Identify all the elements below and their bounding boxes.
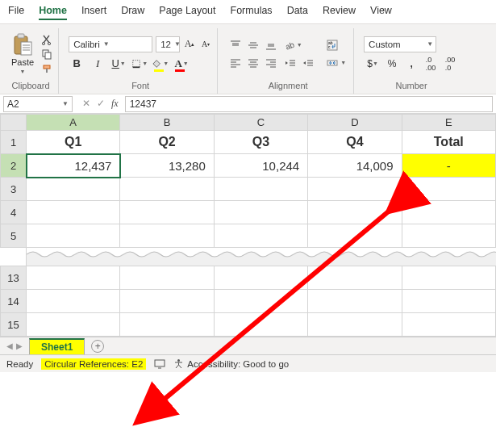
font-color-button[interactable]: A▼ xyxy=(173,56,190,72)
merge-center-button[interactable]: ▼ xyxy=(324,56,348,70)
cell[interactable]: 13,280 xyxy=(120,154,214,178)
cell[interactable] xyxy=(308,266,402,290)
cell[interactable] xyxy=(27,313,120,337)
menu-review[interactable]: Review xyxy=(323,5,356,20)
cell[interactable] xyxy=(120,224,214,248)
cell[interactable]: 14,009 xyxy=(308,154,402,178)
row-header-14[interactable]: 14 xyxy=(1,290,27,313)
cell[interactable] xyxy=(402,313,495,337)
decrease-decimal-button[interactable]: .00.0 xyxy=(441,56,459,72)
cell[interactable]: Q3 xyxy=(214,131,307,154)
align-left-button[interactable] xyxy=(227,56,244,70)
increase-font-button[interactable]: A▴ xyxy=(183,37,196,52)
cell[interactable] xyxy=(120,201,214,224)
cell[interactable] xyxy=(402,290,495,313)
cell[interactable] xyxy=(308,224,402,248)
format-painter-button[interactable] xyxy=(40,63,53,74)
row-header-4[interactable]: 4 xyxy=(1,201,27,224)
col-header-a[interactable]: A xyxy=(27,115,120,131)
orientation-button[interactable]: ab▼ xyxy=(282,38,303,52)
italic-button[interactable]: I xyxy=(90,56,106,72)
sheet-tab-sheet1[interactable]: Sheet1 xyxy=(29,338,85,354)
border-button[interactable]: ▼ xyxy=(131,56,148,72)
row-header-15[interactable]: 15 xyxy=(1,313,27,337)
cell[interactable] xyxy=(308,290,402,313)
menu-page-layout[interactable]: Page Layout xyxy=(159,5,215,20)
row-header-13[interactable]: 13 xyxy=(1,266,27,290)
cell-a2[interactable]: 12,437 xyxy=(27,154,120,178)
spreadsheet-grid-bottom[interactable]: 13 14 15 xyxy=(0,266,496,337)
select-all-corner[interactable] xyxy=(1,115,27,131)
cell[interactable] xyxy=(308,178,402,201)
cell[interactable] xyxy=(402,224,495,248)
formula-input[interactable]: 12437 xyxy=(125,96,493,112)
cut-button[interactable] xyxy=(40,34,53,45)
font-name-combo[interactable]: Calibri▼ xyxy=(69,36,152,52)
tab-nav-next[interactable]: ▶ xyxy=(16,341,23,350)
cell[interactable]: Q2 xyxy=(120,131,214,154)
row-header-1[interactable]: 1 xyxy=(1,131,27,154)
cell[interactable] xyxy=(402,266,495,290)
menu-formulas[interactable]: Formulas xyxy=(231,5,273,20)
cell[interactable] xyxy=(214,313,307,337)
decrease-indent-button[interactable] xyxy=(282,56,298,70)
cancel-formula-button[interactable]: ✕ xyxy=(82,98,90,110)
cell[interactable] xyxy=(308,313,402,337)
row-header-3[interactable]: 3 xyxy=(1,178,27,201)
comma-format-button[interactable]: , xyxy=(402,56,420,72)
number-format-combo[interactable]: Custom▼ xyxy=(364,36,436,52)
fill-color-button[interactable]: ▼ xyxy=(152,56,169,72)
align-center-button[interactable] xyxy=(245,56,261,70)
cell[interactable]: Total xyxy=(402,131,495,154)
cell[interactable] xyxy=(120,290,214,313)
cell[interactable]: Q1 xyxy=(27,131,120,154)
menu-data[interactable]: Data xyxy=(287,5,308,20)
align-middle-button[interactable] xyxy=(245,38,261,52)
name-box[interactable]: A2▼ xyxy=(3,96,73,112)
align-right-button[interactable] xyxy=(263,56,279,70)
align-bottom-button[interactable] xyxy=(263,38,279,52)
cell[interactable] xyxy=(214,224,307,248)
col-header-c[interactable]: C xyxy=(214,115,307,131)
cell[interactable] xyxy=(402,201,495,224)
cell[interactable] xyxy=(27,178,120,201)
cell[interactable] xyxy=(214,266,307,290)
cell[interactable] xyxy=(120,178,214,201)
increase-decimal-button[interactable]: .0.00 xyxy=(422,56,440,72)
underline-button[interactable]: U▼ xyxy=(110,56,127,72)
enter-formula-button[interactable]: ✓ xyxy=(97,98,105,110)
cell[interactable] xyxy=(27,201,120,224)
increase-indent-button[interactable] xyxy=(300,56,316,70)
cell[interactable] xyxy=(214,178,307,201)
cell[interactable] xyxy=(120,313,214,337)
status-accessibility[interactable]: Accessibility: Good to go xyxy=(173,358,289,369)
cell-e2[interactable]: - xyxy=(402,154,495,178)
cell[interactable]: 10,244 xyxy=(214,154,307,178)
new-sheet-button[interactable]: + xyxy=(91,340,104,353)
tab-nav-prev[interactable]: ◀ xyxy=(6,341,13,350)
cell[interactable]: Q4 xyxy=(308,131,402,154)
paste-button[interactable]: Paste ▼ xyxy=(8,31,37,76)
menu-file[interactable]: File xyxy=(8,5,24,20)
cell[interactable] xyxy=(214,290,307,313)
row-header-2[interactable]: 2 xyxy=(1,154,27,178)
cell[interactable] xyxy=(214,201,307,224)
display-settings-icon[interactable] xyxy=(154,359,165,369)
align-top-button[interactable] xyxy=(227,38,244,52)
accounting-format-button[interactable]: $▼ xyxy=(364,56,381,72)
menu-draw[interactable]: Draw xyxy=(121,5,144,20)
menu-home[interactable]: Home xyxy=(39,5,67,20)
insert-function-button[interactable]: fx xyxy=(111,98,119,110)
row-header-5[interactable]: 5 xyxy=(1,224,27,248)
percent-format-button[interactable]: % xyxy=(383,56,401,72)
menu-view[interactable]: View xyxy=(370,5,392,20)
menu-insert[interactable]: Insert xyxy=(81,5,106,20)
cell[interactable] xyxy=(402,178,495,201)
cell[interactable] xyxy=(27,290,120,313)
spreadsheet-grid[interactable]: A B C D E 1 Q1 Q2 Q3 Q4 Total 2 12,437 1… xyxy=(0,114,496,248)
wrap-text-button[interactable]: abc xyxy=(324,38,348,52)
bold-button[interactable]: B xyxy=(69,56,85,72)
col-header-b[interactable]: B xyxy=(120,115,214,131)
col-header-d[interactable]: D xyxy=(308,115,402,131)
cell[interactable] xyxy=(308,201,402,224)
